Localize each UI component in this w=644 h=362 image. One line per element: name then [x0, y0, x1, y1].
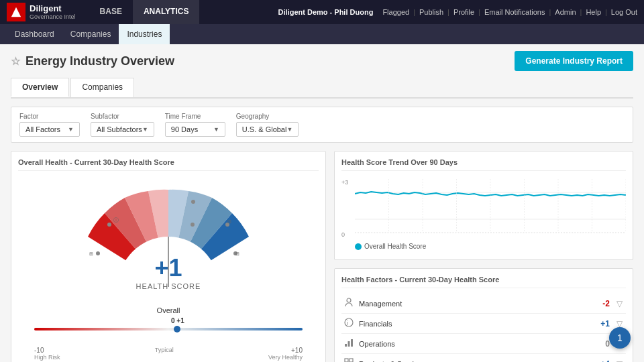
factor-score-cell: 0 — [574, 334, 612, 354]
content-tabs: Overview Companies — [11, 78, 633, 99]
nav-flagged[interactable]: Flagged — [382, 8, 409, 16]
svg-marker-0 — [11, 7, 21, 17]
health-gauge-title: Overall Health - Current 30-Day Health S… — [18, 158, 319, 171]
slider-track — [34, 328, 303, 330]
svg-rect-30 — [345, 359, 348, 362]
user-name: Diligent Demo - Phil Duong — [278, 8, 374, 16]
factors-table: Management -2 ▽ i Financials +1 ▽ Operat… — [341, 294, 626, 362]
tab-base[interactable]: BASE — [89, 0, 133, 24]
slider-typical-area: Typical — [155, 347, 174, 361]
favorite-star-icon[interactable]: ☆ — [11, 55, 20, 68]
trend-legend-dot — [355, 243, 362, 250]
logo-area: Diligent Governance Intel — [7, 3, 76, 21]
svg-point-4 — [96, 251, 100, 255]
timeframe-select[interactable]: 90 Days ▼ — [165, 122, 225, 137]
geography-select[interactable]: U.S. & Global ▼ — [236, 122, 299, 137]
subnav-dashboard[interactable]: Dashboard — [7, 24, 62, 44]
factor-icon-cell — [341, 294, 356, 314]
logo-text: Diligent Governance Intel — [30, 3, 76, 21]
top-right-nav: Diligent Demo - Phil Duong Flagged | Pub… — [278, 8, 637, 16]
generate-report-button[interactable]: Generate Industry Report — [515, 51, 633, 71]
gauge-container: ⓘ ⊞ ⊡ ⊟ +1 HEALTH SCORE Overall — [18, 176, 319, 362]
svg-rect-27 — [345, 344, 347, 347]
timeframe-arrow-icon: ▼ — [213, 126, 219, 133]
filter-geography: Geography U.S. & Global ▼ — [236, 113, 299, 137]
factor-name-cell: Management — [356, 294, 574, 314]
svg-point-3 — [107, 223, 111, 227]
svg-text:ⓘ: ⓘ — [113, 217, 119, 223]
factor-icon-cell — [341, 354, 356, 363]
gauge-svg-wrapper: ⓘ ⊞ ⊡ ⊟ +1 HEALTH SCORE — [61, 183, 276, 304]
gauge-score: +1 HEALTH SCORE — [136, 254, 201, 290]
svg-point-5 — [191, 200, 195, 204]
slider-dot — [174, 326, 180, 333]
nav-profile[interactable]: Profile — [453, 8, 474, 16]
tab-overview[interactable]: Overview — [11, 78, 69, 97]
subfactor-select[interactable]: All Subfactors ▼ — [91, 122, 154, 137]
filter-subfactor: Subfactor All Subfactors ▼ — [91, 113, 154, 137]
factor-arrow-icon: ▼ — [68, 126, 74, 133]
svg-text:⊡: ⊡ — [227, 219, 231, 224]
factor-icon-cell — [341, 334, 356, 354]
right-panels: Health Score Trend Over 90 Days +3 0 — [334, 151, 633, 362]
factor-score-cell: +1 — [574, 314, 612, 334]
factor-name-cell: Operations — [356, 334, 574, 354]
factor-filter-cell[interactable]: ▽ — [612, 354, 626, 363]
factor-row: Operations 0 ▽ — [341, 334, 626, 354]
svg-point-25 — [345, 318, 353, 326]
trend-chart-title: Health Score Trend Over 90 Days — [341, 158, 626, 171]
subnav-companies[interactable]: Companies — [62, 24, 119, 44]
filter-timeframe: Time Frame 90 Days ▼ — [165, 113, 225, 137]
health-score-value: +1 — [136, 254, 201, 282]
svg-text:⊟: ⊟ — [235, 251, 239, 256]
page-title-area: ☆ Energy Industry Overview — [11, 54, 174, 68]
main-nav-tabs: BASE ANALYTICS — [89, 0, 200, 24]
nav-email-notifications[interactable]: Email Notifications — [484, 8, 545, 16]
tab-analytics[interactable]: ANALYTICS — [133, 0, 200, 24]
subfactor-arrow-icon: ▼ — [142, 126, 148, 133]
factor-row: Products & Services +4 ▽ — [341, 354, 626, 363]
main-grid: Overall Health - Current 30-Day Health S… — [11, 151, 633, 362]
chart-area: Overall Health Score — [355, 179, 626, 250]
fab-button[interactable]: 1 — [609, 327, 631, 349]
trend-svg — [355, 179, 626, 239]
subnav-industries[interactable]: Industries — [119, 24, 170, 44]
y-axis: +3 0 — [341, 179, 355, 250]
nav-logout[interactable]: Log Out — [611, 8, 637, 16]
nav-publish[interactable]: Publish — [419, 8, 443, 16]
factor-name: Financials — [359, 320, 392, 328]
sub-navbar: Dashboard Companies Industries — [0, 24, 644, 44]
factor-name-cell: Products & Services — [356, 354, 574, 363]
slider-max-area: +10 Very Healthy — [268, 347, 303, 361]
factor-row: Management -2 ▽ — [341, 294, 626, 314]
tab-companies[interactable]: Companies — [70, 78, 134, 97]
svg-point-24 — [347, 298, 351, 302]
nav-admin[interactable]: Admin — [555, 8, 576, 16]
filters-row: Factor All Factors ▼ Subfactor All Subfa… — [11, 107, 633, 143]
slider-labels: -10 High Risk Typical +10 Very Healthy — [34, 347, 303, 361]
factor-select[interactable]: All Factors ▼ — [19, 122, 80, 137]
health-score-label: HEALTH SCORE — [136, 282, 201, 290]
factor-row: i Financials +1 ▽ — [341, 314, 626, 334]
factor-score-cell: -2 — [574, 294, 612, 314]
logo-icon — [7, 3, 25, 21]
factor-name: Products & Services — [359, 360, 425, 363]
factor-filter-icon[interactable]: ▽ — [616, 299, 623, 308]
svg-rect-31 — [350, 359, 353, 362]
factor-filter-icon[interactable]: ▽ — [616, 359, 623, 363]
page-header: ☆ Energy Industry Overview Generate Indu… — [11, 51, 633, 71]
trend-legend: Overall Health Score — [355, 243, 626, 250]
nav-help[interactable]: Help — [586, 8, 601, 16]
page-content: ☆ Energy Industry Overview Generate Indu… — [0, 44, 644, 362]
filter-factor: Factor All Factors ▼ — [19, 113, 80, 137]
svg-text:⊞: ⊞ — [89, 251, 93, 256]
health-factors-title: Health Factors - Current 30-Day Health S… — [341, 276, 626, 288]
factor-name: Management — [359, 300, 402, 308]
factor-filter-cell[interactable]: ▽ — [612, 294, 626, 314]
page-title: Energy Industry Overview — [25, 54, 174, 68]
health-gauge-card: Overall Health - Current 30-Day Health S… — [11, 151, 326, 362]
svg-point-8 — [191, 223, 195, 227]
factor-name-cell: Financials — [356, 314, 574, 334]
svg-text:i: i — [347, 320, 349, 326]
trend-chart-card: Health Score Trend Over 90 Days +3 0 — [334, 151, 633, 260]
